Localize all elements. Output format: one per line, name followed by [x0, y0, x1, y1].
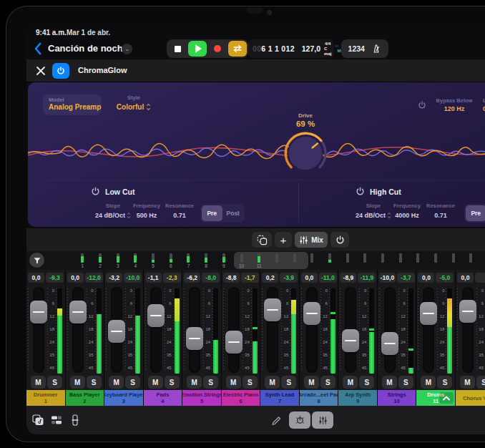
track-label[interactable]: Arcade...eet Pad8: [300, 390, 338, 406]
solo-button[interactable]: S: [398, 376, 413, 389]
filter-button[interactable]: [29, 253, 44, 268]
close-icon[interactable]: [35, 65, 46, 77]
mixer-view-button[interactable]: [312, 412, 333, 429]
add-track-button[interactable]: +: [275, 232, 292, 248]
overview-channel[interactable]: 6: [162, 251, 180, 270]
overview-channel[interactable]: 10: [232, 251, 250, 270]
lcd-display[interactable]: 006 1 1 012 127,0 4/4C maj InOut MIDI: [248, 39, 334, 58]
track-label[interactable]: Drummer1: [26, 390, 65, 406]
volume-value[interactable]: 0,0: [418, 273, 434, 283]
overview-channel[interactable]: 1: [74, 251, 92, 270]
fader-track[interactable]: [72, 287, 84, 373]
fader-handle[interactable]: [108, 320, 125, 343]
highcut-power-icon[interactable]: [356, 187, 365, 196]
track-label[interactable]: Strings10: [378, 390, 416, 406]
overview-channel[interactable]: [444, 251, 462, 270]
overview-channel[interactable]: [321, 251, 339, 270]
solo-button[interactable]: S: [125, 376, 140, 389]
controls-view-button[interactable]: [289, 412, 310, 429]
overview-channel[interactable]: [338, 251, 356, 270]
mute-button[interactable]: M: [343, 376, 358, 389]
highcut-resonance[interactable]: Resonance 0.71: [418, 203, 464, 219]
overview-channel[interactable]: [303, 251, 321, 270]
solo-button[interactable]: S: [87, 376, 102, 389]
track-label[interactable]: Pads4: [144, 390, 182, 406]
solo-button[interactable]: S: [203, 376, 218, 389]
track-label[interactable]: Chorus V: [456, 390, 485, 406]
lowcut-pre-button[interactable]: Pre: [202, 205, 222, 221]
fader-track[interactable]: [33, 287, 44, 373]
fader-handle[interactable]: [69, 301, 87, 323]
style-selector[interactable]: Style Colorful: [112, 94, 155, 111]
edit-pencil-icon[interactable]: [271, 416, 281, 426]
back-chevron-icon[interactable]: [32, 42, 45, 56]
duplicate-button[interactable]: [252, 232, 272, 248]
fader-track[interactable]: [423, 287, 434, 373]
track-collapse-button[interactable]: [439, 392, 454, 404]
lowcut-power-icon[interactable]: [91, 187, 100, 196]
bypass-control[interactable]: Bypass Below 120 Hz: [432, 97, 476, 112]
mixer-power-button[interactable]: [330, 232, 349, 248]
highcut-pre-button[interactable]: Pre: [466, 205, 485, 221]
volume-value[interactable]: -3,2: [106, 273, 122, 283]
volume-value[interactable]: 0,0: [457, 273, 474, 283]
fader-handle[interactable]: [225, 331, 242, 354]
volume-value[interactable]: 0,0: [301, 273, 318, 283]
overview-channel[interactable]: 5: [144, 251, 162, 270]
overview-channel[interactable]: [462, 251, 480, 270]
fader-track[interactable]: [150, 287, 162, 373]
drive-knob[interactable]: [280, 128, 330, 178]
mute-button[interactable]: M: [304, 376, 319, 389]
overview-channel[interactable]: [268, 251, 286, 270]
fader-handle[interactable]: [30, 301, 47, 323]
fader-track[interactable]: [306, 287, 318, 373]
project-title[interactable]: Canción de noche: [48, 43, 128, 54]
volume-value[interactable]: 0,0: [28, 273, 44, 283]
fader-handle[interactable]: [303, 302, 320, 325]
overview-channel[interactable]: [409, 251, 427, 270]
mute-button[interactable]: M: [70, 376, 85, 389]
overview-channel[interactable]: [356, 251, 374, 270]
mute-button[interactable]: M: [109, 376, 124, 389]
model-selector[interactable]: Model Analog Preamp: [43, 94, 102, 115]
mix-view-button[interactable]: Mix: [295, 232, 328, 248]
fader-handle[interactable]: [381, 332, 398, 355]
project-menu-chevron-icon[interactable]: ⌄: [122, 44, 132, 54]
volume-value[interactable]: -1,1: [145, 273, 162, 283]
volume-value[interactable]: 0,2: [262, 273, 278, 283]
stop-button[interactable]: [168, 41, 187, 57]
metronome-icon[interactable]: [371, 44, 381, 54]
volume-value[interactable]: 0,0: [67, 273, 84, 283]
tracks-icon[interactable]: [51, 414, 62, 426]
solo-button[interactable]: S: [359, 376, 374, 389]
overview-channel[interactable]: 2: [92, 251, 109, 270]
overview-channel[interactable]: [427, 251, 445, 270]
solo-button[interactable]: S: [476, 376, 485, 389]
track-label[interactable]: Synth Lead7: [260, 390, 299, 406]
fader-handle[interactable]: [459, 300, 476, 323]
track-label[interactable]: Emotion Strings5: [182, 390, 221, 406]
bypass-power-icon[interactable]: [418, 101, 426, 109]
mute-button[interactable]: M: [148, 376, 163, 389]
fader-handle[interactable]: [186, 327, 203, 350]
lowcut-resonance[interactable]: Resonance 0.71: [157, 203, 202, 219]
count-in-button[interactable]: 1234: [348, 44, 365, 53]
track-label[interactable]: Electric Piano6: [222, 390, 260, 406]
track-label[interactable]: Keyboard Player3: [104, 390, 143, 406]
mute-button[interactable]: M: [460, 376, 475, 389]
record-button[interactable]: [208, 41, 227, 57]
track-label[interactable]: Drums11: [416, 390, 455, 406]
volume-value[interactable]: -10,0: [379, 273, 396, 283]
fader-track[interactable]: [384, 287, 396, 373]
mute-button[interactable]: M: [226, 376, 241, 389]
overview-channel[interactable]: [391, 251, 409, 270]
plugin-power-button[interactable]: [52, 63, 69, 79]
solo-button[interactable]: S: [242, 376, 258, 389]
fader-handle[interactable]: [342, 329, 359, 352]
overview-channel[interactable]: [374, 251, 392, 270]
volume-value[interactable]: -6,2: [184, 273, 200, 283]
overview-channel[interactable]: 7: [180, 251, 197, 270]
fader-handle[interactable]: [420, 302, 437, 325]
overview-channel[interactable]: 4: [127, 251, 144, 270]
volume-value[interactable]: -8,8: [223, 273, 240, 283]
